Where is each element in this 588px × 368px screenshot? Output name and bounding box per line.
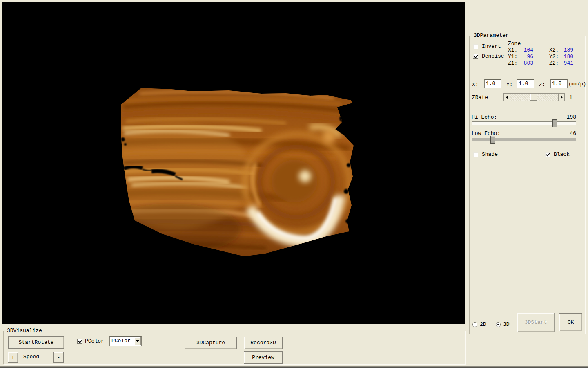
zrate-thumb[interactable] (530, 94, 537, 101)
denoise-label: Denoise (482, 53, 504, 59)
pcolor-select-dropdown-button[interactable] (134, 337, 141, 345)
black-label: Black (554, 151, 570, 157)
mode-2d-radio[interactable] (472, 322, 477, 327)
speed-plus-button[interactable]: + (8, 352, 18, 363)
black-checkbox[interactable] (545, 152, 550, 157)
left-arrow-icon (504, 96, 508, 99)
pcolor-select-value: PColor (111, 338, 131, 344)
zone-title: Zone (508, 40, 521, 47)
pcolor-select[interactable]: PColor (109, 336, 142, 346)
z-scale-label: Z: (539, 82, 546, 88)
hi-echo-track[interactable] (472, 121, 576, 125)
mode-2d-label: 2D (480, 321, 486, 328)
zone-z1-value: 803 (515, 60, 533, 66)
mode-3d-label: 3D (503, 321, 510, 328)
zone-z2-value: 941 (555, 60, 573, 66)
x-scale-input[interactable] (484, 79, 501, 88)
chevron-down-icon (136, 340, 139, 344)
zone-x1-value: 104 (515, 47, 533, 53)
speed-label: Speed (23, 354, 39, 360)
zrate-value: 1 (569, 94, 572, 101)
visualize-group-title: 3DVisualize (5, 328, 44, 334)
zone-y1-value: 96 (515, 54, 533, 60)
hi-echo-thumb[interactable] (552, 119, 557, 127)
low-echo-track[interactable] (472, 138, 576, 141)
capture3d-button[interactable]: 3DCapture (185, 337, 237, 349)
zrate-right-arrow[interactable] (558, 93, 565, 101)
pcolor-checkbox[interactable] (77, 339, 82, 344)
zone-y2-value: 180 (555, 54, 573, 60)
x-scale-label: X: (472, 82, 479, 88)
speed-minus-button[interactable]: - (53, 352, 64, 363)
render-viewport[interactable] (2, 2, 465, 324)
mode-3d-radio[interactable] (496, 322, 501, 327)
start3d-button[interactable]: 3DStart (517, 313, 555, 332)
right-arrow-icon (561, 96, 564, 99)
zrate-scrollbar[interactable] (503, 93, 565, 101)
y-scale-label: Y: (506, 82, 513, 88)
app-window: 3DParameter Invert Denoise Zone X1: 104 … (0, 0, 588, 368)
ok-button[interactable]: OK (559, 313, 582, 331)
y-scale-input[interactable] (517, 79, 534, 88)
pcolor-label: PColor (85, 338, 104, 344)
denoise-checkbox[interactable] (473, 54, 478, 59)
preview-button[interactable]: Preview (244, 351, 283, 364)
low-echo-thumb[interactable] (490, 136, 495, 144)
start-rotate-button[interactable]: StartRotate (8, 336, 64, 349)
low-echo-slider[interactable] (472, 136, 576, 144)
invert-label: Invert (482, 43, 501, 49)
invert-checkbox[interactable] (473, 44, 478, 49)
parameter-group-title: 3DParameter (472, 32, 510, 38)
scale-unit-label: (mm/p) (568, 81, 586, 87)
record3d-button[interactable]: Record3D (244, 337, 283, 349)
volume-render-3d (2, 2, 465, 324)
z-scale-input[interactable] (550, 79, 568, 88)
zrate-track[interactable] (510, 93, 558, 101)
shade-checkbox[interactable] (473, 152, 478, 157)
zone-x2-value: 189 (555, 47, 573, 53)
zrate-label: ZRate (472, 94, 488, 101)
zrate-left-arrow[interactable] (503, 93, 510, 101)
shade-label: Shade (482, 151, 498, 157)
hi-echo-slider[interactable] (472, 119, 576, 127)
